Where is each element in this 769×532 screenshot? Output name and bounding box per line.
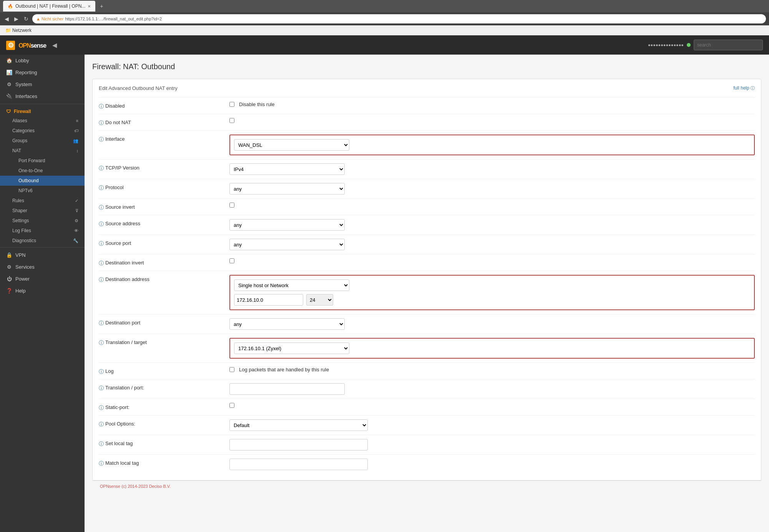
disable-rule-checkbox[interactable] [229,102,234,107]
do-not-nat-row: ⓘ Do not NAT [99,114,755,130]
nav-forward-btn[interactable]: ▶ [13,15,20,23]
destination-address-box: Single host or Network 24 [229,275,755,310]
tcpip-select[interactable]: IPv4 [229,163,345,175]
sidebar-item-log-files[interactable]: Log Files 👁 [0,226,85,236]
nat-badge: ↕ [76,148,79,153]
match-local-tag-input[interactable] [229,459,368,470]
source-address-control-col: any [229,219,755,231]
search-input[interactable] [694,40,763,50]
sidebar-item-outbound[interactable]: Outbound [0,176,85,186]
full-help-link[interactable]: full help ⓘ [733,85,755,91]
new-tab-button[interactable]: + [97,2,106,11]
source-address-select[interactable]: any [229,219,345,231]
sidebar-item-aliases[interactable]: Aliases ≡ [0,116,85,126]
sidebar-item-categories[interactable]: Categories 🏷 [0,126,85,136]
sidebar-item-help[interactable]: ❓ Help [0,285,85,297]
tcpip-info-icon[interactable]: ⓘ [99,165,104,172]
source-invert-info-icon[interactable]: ⓘ [99,204,104,211]
destination-port-select[interactable]: any [229,318,345,330]
destination-address-label: Destination address [105,276,149,282]
sidebar-item-reporting[interactable]: 📊 Reporting [0,66,85,78]
sidebar-collapse-btn[interactable]: ◀ [52,42,57,49]
home-icon: 🏠 [6,58,12,63]
translation-port-row: ⓘ Translation / port: [99,379,755,399]
interfaces-icon: 🔌 [6,93,12,99]
sidebar-item-vpn[interactable]: 🔒 VPN [0,249,85,261]
static-port-info-icon[interactable]: ⓘ [99,404,104,411]
sidebar-item-power[interactable]: ⏻ Power [0,273,85,285]
source-invert-control-col [229,203,755,209]
top-nav: ⚙ OPNsense ◀ ●●●●●●●●●●●●●● [0,35,769,55]
sidebar-item-lobby[interactable]: 🏠 Lobby [0,55,85,66]
translation-target-select[interactable]: 172.16.10.1 (Zyxel) [234,342,349,354]
translation-target-box: 172.16.10.1 (Zyxel) [229,338,755,359]
destination-cidr-select[interactable]: 24 [306,294,333,306]
sidebar-item-groups[interactable]: Groups 👥 [0,136,85,146]
interface-info-icon[interactable]: ⓘ [99,136,104,143]
sidebar-item-port-forward[interactable]: Port Forward [0,156,85,166]
destination-invert-label: Destination invert [105,260,144,266]
set-local-tag-row: ⓘ Set local tag [99,435,755,454]
destination-address-ip-row: 24 [234,294,750,306]
source-invert-label-col: ⓘ Source invert [99,203,229,211]
set-local-tag-info-icon[interactable]: ⓘ [99,441,104,447]
set-local-tag-input[interactable] [229,439,368,451]
pool-options-label-col: ⓘ Pool Options: [99,419,229,428]
address-bar[interactable]: ▲ Nicht sicher https://172.16.1.1:…/fire… [32,14,766,23]
sidebar-item-diagnostics[interactable]: Diagnostics 🔧 [0,236,85,246]
translation-port-info-icon[interactable]: ⓘ [99,385,104,392]
do-not-nat-checkbox[interactable] [229,118,234,123]
settings-badge: ⚙ [75,218,78,223]
bookmark-netzwerk[interactable]: 📁 Netzwerk [3,27,34,34]
static-port-checkbox[interactable] [229,403,234,408]
log-packets-checkbox[interactable] [229,367,234,372]
interface-select[interactable]: WAN_DSL [234,139,349,151]
groups-badge: 👥 [73,138,78,143]
sidebar-section-firewall[interactable]: 🛡 Firewall [0,106,85,116]
sidebar-item-rules[interactable]: Rules ✓ [0,196,85,206]
sidebar-item-system[interactable]: ⚙ System [0,78,85,90]
sidebar-item-shaper[interactable]: Shaper ⊽ [0,206,85,216]
set-local-tag-label: Set local tag [105,441,133,446]
sidebar-item-settings[interactable]: Settings ⚙ [0,216,85,226]
tab-title: Outbound | NAT | Firewall | OPN... [15,3,85,9]
disabled-control-col: Disable this rule [229,101,755,107]
destination-ip-input[interactable] [234,294,303,306]
sidebar-item-nat[interactable]: NAT ↕ [0,146,85,156]
reporting-icon: 📊 [6,70,12,75]
main-content: Firewall: NAT: Outbound Edit Advanced Ou… [85,55,769,532]
tab-close-btn[interactable]: ✕ [88,4,91,8]
destination-invert-info-icon[interactable]: ⓘ [99,260,104,267]
translation-port-input[interactable] [229,383,345,395]
do-not-nat-info-icon[interactable]: ⓘ [99,120,104,126]
destination-address-type-select[interactable]: Single host or Network [234,279,349,291]
sidebar-item-nptv6[interactable]: NPTv6 [0,186,85,196]
translation-target-info-icon[interactable]: ⓘ [99,339,104,346]
destination-invert-checkbox[interactable] [229,258,234,263]
source-address-info-icon[interactable]: ⓘ [99,221,104,228]
protocol-select[interactable]: any [229,183,345,195]
match-local-tag-info-icon[interactable]: ⓘ [99,460,104,467]
sidebar-item-one-to-one[interactable]: One-to-One [0,166,85,176]
destination-address-info-icon[interactable]: ⓘ [99,276,104,283]
pool-options-select[interactable]: Default [229,419,368,431]
nav-back-btn[interactable]: ◀ [3,15,10,23]
set-local-tag-control-col [229,439,755,451]
do-not-nat-control-col [229,118,755,124]
interface-label: Interface [105,136,125,142]
active-tab[interactable]: 🔥 Outbound | NAT | Firewall | OPN... ✕ [3,1,95,12]
nav-refresh-btn[interactable]: ↻ [22,15,30,23]
protocol-info-icon[interactable]: ⓘ [99,185,104,191]
pool-options-info-icon[interactable]: ⓘ [99,421,104,428]
source-invert-checkbox[interactable] [229,203,234,208]
translation-target-control-col: 172.16.10.1 (Zyxel) [229,338,755,359]
disabled-info-icon[interactable]: ⓘ [99,103,104,110]
pool-options-label: Pool Options: [105,421,135,427]
log-info-icon[interactable]: ⓘ [99,368,104,375]
sidebar-item-services[interactable]: ⚙ Services [0,261,85,273]
source-port-select[interactable]: any [229,239,345,250]
source-port-info-icon[interactable]: ⓘ [99,240,104,247]
destination-port-info-icon[interactable]: ⓘ [99,320,104,327]
footer-link[interactable]: OPNsense (c) 2014-2023 Deciso B.V. [100,484,171,489]
sidebar-item-interfaces[interactable]: 🔌 Interfaces [0,90,85,102]
